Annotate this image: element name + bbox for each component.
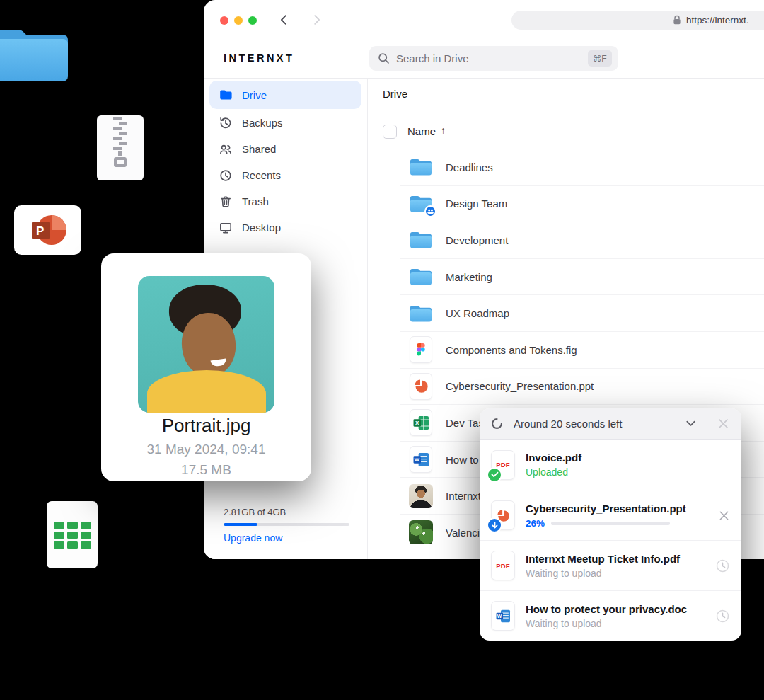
upload-progress-row: 26% bbox=[526, 518, 711, 529]
upload-item-text: Cybersecurity_Presentation.ppt 26% bbox=[526, 503, 711, 529]
folder-icon bbox=[0, 27, 68, 81]
row-cybersecurity-ppt[interactable]: Cybersecurity_Presentation.ppt bbox=[400, 368, 764, 405]
preview-filename: Portrait.jpg bbox=[101, 415, 311, 437]
excel-file-icon: X bbox=[408, 408, 434, 437]
sidebar-item-label: Trash bbox=[242, 195, 269, 207]
file-card bbox=[410, 336, 432, 363]
storage-usage-label: 2.81GB of 4GB bbox=[224, 507, 349, 517]
svg-text:W: W bbox=[414, 457, 419, 463]
row-design-team[interactable]: Design Team bbox=[400, 185, 764, 222]
excel-logo-icon: X bbox=[413, 415, 429, 430]
word-file-icon: W bbox=[408, 445, 434, 474]
row-ux-roadmap[interactable]: UX Roadmap bbox=[400, 294, 764, 331]
grid-cell bbox=[54, 522, 64, 529]
app-header: INTERNXT ⌘F bbox=[204, 40, 764, 79]
file-name: Development bbox=[446, 234, 508, 246]
select-all-checkbox[interactable] bbox=[383, 125, 397, 139]
zip-file-icon bbox=[97, 115, 144, 180]
hero-composition: P https://internxt. bbox=[0, 0, 764, 700]
upload-progress-bar bbox=[551, 522, 670, 525]
waiting-clock-icon bbox=[715, 558, 730, 573]
zipper-tooth bbox=[113, 137, 122, 140]
grid-cell bbox=[81, 532, 91, 539]
minimize-window-button[interactable] bbox=[234, 16, 243, 25]
clock-restore-icon bbox=[219, 116, 233, 130]
powerpoint-file-icon bbox=[491, 500, 515, 530]
address-bar[interactable]: https://internxt. bbox=[511, 11, 764, 30]
sidebar-item-shared[interactable]: Shared bbox=[209, 136, 361, 162]
search-shortcut-badge: ⌘F bbox=[588, 50, 612, 67]
zipper-tooth bbox=[113, 117, 122, 120]
person-photo-thumbnail bbox=[409, 484, 433, 508]
photo-thumbnail bbox=[408, 518, 434, 546]
upload-file-name: Internxt Meetup Ticket Info.pdf bbox=[526, 553, 708, 565]
spinner-icon bbox=[491, 418, 503, 430]
zoom-window-button[interactable] bbox=[248, 16, 257, 25]
sort-ascending-icon[interactable]: ↑ bbox=[441, 125, 446, 136]
collapse-panel-button[interactable] bbox=[685, 418, 697, 430]
portrait-photo bbox=[138, 276, 274, 413]
search-icon bbox=[378, 52, 390, 67]
file-name: Deadlines bbox=[446, 161, 493, 173]
close-window-button[interactable] bbox=[220, 16, 228, 25]
plant-photo-thumbnail bbox=[409, 520, 433, 544]
grid-cell bbox=[67, 522, 78, 529]
folder-icon bbox=[408, 226, 434, 254]
forward-button[interactable] bbox=[310, 13, 323, 26]
row-marketing[interactable]: Marketing bbox=[400, 258, 764, 295]
sidebar-item-label: Backups bbox=[242, 117, 283, 129]
sidebar-item-drive[interactable]: Drive bbox=[209, 81, 361, 109]
search-bar[interactable]: ⌘F bbox=[369, 46, 618, 71]
spreadsheet-file-icon bbox=[47, 501, 98, 568]
upload-item-privacy-doc: W How to protect your privacy.doc Waitin… bbox=[480, 590, 741, 641]
upgrade-link[interactable]: Upgrade now bbox=[224, 532, 349, 544]
file-name: Internxt bbox=[446, 490, 481, 502]
upload-panel-header: Around 20 seconds left bbox=[480, 408, 741, 440]
powerpoint-logo-icon: P bbox=[26, 213, 70, 247]
sidebar-nav: Drive Backups Shared Recents Trash bbox=[204, 79, 367, 241]
powerpoint-app-icon: P bbox=[14, 205, 81, 255]
shared-folder-icon bbox=[408, 190, 434, 218]
waiting-clock-icon bbox=[715, 609, 730, 624]
zipper-tooth bbox=[113, 127, 122, 130]
search-input[interactable] bbox=[396, 46, 580, 71]
cancel-upload-button[interactable] bbox=[718, 510, 730, 522]
upload-item-text: How to protect your privacy.doc Waiting … bbox=[526, 603, 708, 629]
sidebar-item-desktop[interactable]: Desktop bbox=[209, 214, 361, 241]
folder-icon bbox=[408, 153, 434, 181]
svg-text:P: P bbox=[36, 224, 44, 238]
browser-chrome: https://internxt. bbox=[204, 0, 764, 40]
upload-item-text: Internxt Meetup Ticket Info.pdf Waiting … bbox=[526, 553, 708, 579]
clock-icon bbox=[219, 168, 233, 183]
internxt-logo: INTERNXT bbox=[224, 52, 294, 64]
sidebar-item-label: Drive bbox=[242, 89, 267, 101]
column-header-name[interactable]: Name bbox=[407, 125, 436, 137]
svg-text:W: W bbox=[497, 613, 502, 618]
file-name: Marketing bbox=[446, 271, 492, 283]
progress-percent: 26% bbox=[526, 518, 545, 529]
zipper-pull bbox=[114, 157, 127, 167]
close-panel-button[interactable] bbox=[717, 417, 730, 430]
monitor-icon bbox=[219, 221, 233, 235]
svg-text:X: X bbox=[415, 420, 419, 426]
back-button[interactable] bbox=[278, 13, 291, 26]
word-logo-icon: W bbox=[413, 452, 429, 467]
sidebar-item-trash[interactable]: Trash bbox=[209, 188, 361, 214]
row-development[interactable]: Development bbox=[400, 222, 764, 258]
page-title: Drive bbox=[383, 88, 407, 100]
pdf-file-icon: PDF bbox=[491, 450, 515, 480]
sidebar-item-backups[interactable]: Backups bbox=[209, 110, 361, 136]
photo-thumbnail bbox=[408, 482, 434, 510]
row-components-tokens[interactable]: Components and Tokens.fig bbox=[400, 331, 764, 368]
file-card: X bbox=[410, 409, 432, 436]
file-name: UX Roadmap bbox=[446, 307, 509, 319]
upload-time-remaining: Around 20 seconds left bbox=[514, 418, 685, 430]
upload-progress-panel: Around 20 seconds left PDF Invoice.pdf U… bbox=[480, 408, 741, 641]
folder-icon bbox=[219, 88, 233, 102]
list-header: Name ↑ bbox=[369, 123, 764, 149]
sidebar-item-recents[interactable]: Recents bbox=[209, 162, 361, 188]
storage-widget: 2.81GB of 4GB Upgrade now bbox=[224, 507, 349, 544]
row-deadlines[interactable]: Deadlines bbox=[400, 149, 764, 185]
zipper-tooth bbox=[119, 122, 127, 125]
zipper-tooth bbox=[119, 132, 127, 135]
